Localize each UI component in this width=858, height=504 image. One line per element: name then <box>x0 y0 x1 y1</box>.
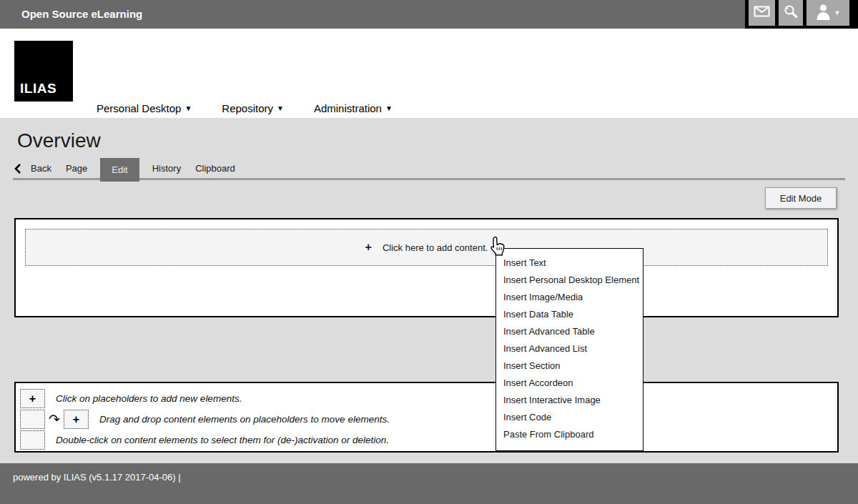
chevron-down-icon: ▼ <box>834 10 841 16</box>
menu-item-insert-personal-desktop-element[interactable]: Insert Personal Desktop Element <box>496 272 643 289</box>
plus-icon: + <box>365 241 372 254</box>
tab-edit[interactable]: Edit <box>100 158 139 182</box>
help-row: Double-click on content elements to sele… <box>20 430 837 450</box>
back-chevron-icon[interactable] <box>14 164 21 174</box>
tab-page[interactable]: Page <box>59 158 94 179</box>
mail-icon <box>754 6 770 20</box>
site-title: Open Source eLearning <box>21 8 142 20</box>
topbar-icon-group: ▼ <box>745 0 858 29</box>
drag-arrow-icon: ↷ <box>49 412 60 426</box>
main-content: Overview Back Page Edit History Clipboar… <box>0 118 858 463</box>
menu-item-insert-text[interactable]: Insert Text <box>496 255 643 272</box>
footer: powered by ILIAS (v5.1.17 2017-04-06) | <box>0 463 858 504</box>
nav-personal-desktop[interactable]: Personal Desktop ▼ <box>97 102 192 114</box>
user-icon <box>816 4 831 23</box>
menu-item-insert-section[interactable]: Insert Section <box>496 357 643 375</box>
search-button[interactable] <box>779 0 803 26</box>
editor-help-box: + Click on placeholders to add new eleme… <box>14 382 839 453</box>
nav-label: Personal Desktop <box>97 102 181 114</box>
placeholder-label: Click here to add content. <box>383 242 488 253</box>
tab-back[interactable]: Back <box>24 158 59 179</box>
chevron-down-icon: ▼ <box>277 105 284 112</box>
placeholder-empty-icon <box>20 410 45 429</box>
main-nav: Personal Desktop ▼ Repository ▼ Administ… <box>97 102 393 114</box>
insert-content-menu: Insert Text Insert Personal Desktop Elem… <box>495 248 644 451</box>
chevron-down-icon: ▼ <box>184 105 192 112</box>
page-edit-area: + Click here to add content. <box>14 218 839 317</box>
help-row: ↷ + Drag and drop content elements on pl… <box>20 409 837 430</box>
placeholder-empty-icon <box>20 430 45 450</box>
menu-item-insert-interactive-image[interactable]: Insert Interactive Image <box>496 392 643 409</box>
tab-history[interactable]: History <box>145 158 188 179</box>
help-text: Click on placeholders to add new element… <box>56 393 242 404</box>
nav-label: Administration <box>314 102 382 114</box>
nav-repository[interactable]: Repository ▼ <box>222 102 284 114</box>
chevron-down-icon: ▼ <box>385 105 393 112</box>
page-title: Overview <box>17 129 101 152</box>
user-menu-button[interactable]: ▼ <box>807 0 849 26</box>
footer-text[interactable]: powered by ILIAS (v5.1.17 2017-04-06) | <box>13 472 181 483</box>
menu-item-insert-data-table[interactable]: Insert Data Table <box>496 306 643 323</box>
header: ILIAS Personal Desktop ▼ Repository ▼ Ad… <box>0 29 858 118</box>
help-row: + Click on placeholders to add new eleme… <box>20 388 837 409</box>
help-text: Double-click on content elements to sele… <box>56 435 389 445</box>
add-content-placeholder[interactable]: + Click here to add content. <box>25 229 828 266</box>
tab-clipboard[interactable]: Clipboard <box>188 158 242 179</box>
help-text: Drag and drop content elements on placeh… <box>99 414 390 425</box>
hand-pointer-cursor-icon <box>488 236 506 261</box>
search-icon <box>784 4 799 22</box>
menu-item-insert-image-media[interactable]: Insert Image/Media <box>496 289 643 306</box>
menu-item-insert-accordeon[interactable]: Insert Accordeon <box>496 375 643 392</box>
top-bar: Open Source eLearning ▼ <box>0 0 858 29</box>
mail-button[interactable] <box>749 0 775 26</box>
menu-item-paste-from-clipboard[interactable]: Paste From Clipboard <box>496 426 643 443</box>
ilias-logo[interactable]: ILIAS <box>14 41 73 102</box>
placeholder-plus-icon: + <box>20 389 45 408</box>
menu-item-insert-advanced-list[interactable]: Insert Advanced List <box>496 340 643 357</box>
tab-bar: Back Page Edit History Clipboard <box>13 159 845 180</box>
placeholder-plus-icon: + <box>64 410 89 429</box>
menu-item-insert-code[interactable]: Insert Code <box>496 409 643 426</box>
nav-administration[interactable]: Administration ▼ <box>314 102 393 114</box>
nav-label: Repository <box>222 102 273 114</box>
edit-mode-button[interactable]: Edit Mode <box>765 187 837 209</box>
menu-item-insert-advanced-table[interactable]: Insert Advanced Table <box>496 323 643 340</box>
